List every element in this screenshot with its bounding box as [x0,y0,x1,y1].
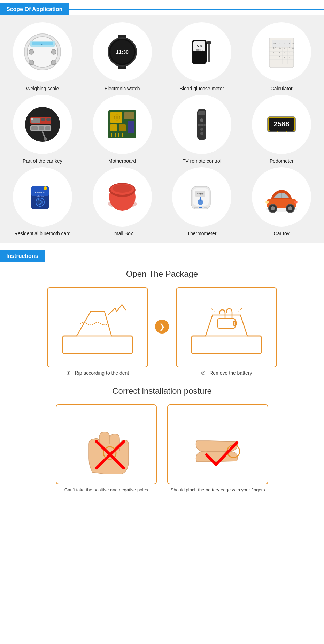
electronic-watch-label: Electronic watch [105,86,140,91]
thermometer-label: Thermometer [187,231,216,236]
svg-text:=: = [292,55,294,58]
svg-text:÷: ÷ [273,51,274,54]
step2-illustration [185,294,268,360]
svg-rect-110 [204,207,207,208]
scope-divider [69,9,324,10]
car-toy-image [252,167,311,227]
svg-point-78 [200,132,203,135]
svg-point-60 [44,137,47,141]
pedometer-image: 2588 [252,95,311,154]
list-item: TV remote control [163,95,241,164]
weighing-scale-image: 80 [13,22,72,82]
scope-section: 80 Weighing scale 11:30 El [0,15,324,243]
svg-point-118 [265,201,269,204]
car-toy-label: Car toy [274,231,290,236]
thermometer-icon: TEMP [181,176,223,218]
svg-text:+: + [279,55,280,58]
bluetooth-card-image: Bluetooth Induction [13,167,72,227]
svg-text:2: 2 [289,51,290,54]
motherboard-icon [101,104,143,145]
svg-text:mmol/L: mmol/L [196,49,203,51]
step2-label: ② Remove the battery [176,370,277,376]
svg-line-128 [211,308,214,312]
svg-rect-108 [194,207,198,208]
tmall-box-image [93,167,152,227]
svg-point-5 [29,49,34,54]
svg-point-79 [198,124,200,126]
svg-point-58 [31,118,33,120]
svg-text:80: 80 [41,43,44,46]
step2-box [176,287,277,367]
correct-posture-label: Should pinch the battery edge with your … [167,487,268,492]
svg-text:7: 7 [284,42,285,45]
pedometer-icon: 2588 [261,104,302,145]
tv-remote-label: TV remote control [183,158,221,164]
svg-text:TEMP: TEMP [197,193,204,196]
svg-rect-123 [192,336,261,353]
list-item: M+GT789 AC%456 ÷×123 -+0.= Calculator [242,22,321,91]
car-toy-icon [261,176,302,218]
step2-text: Remove the battery [209,370,252,376]
scope-badge: Scope Of Application [0,3,69,15]
svg-point-72 [116,116,118,119]
wrong-posture-box [56,404,157,484]
wrong-posture-label: Can't take the positive and negative pol… [56,487,157,492]
svg-rect-65 [119,124,126,131]
correct-posture-wrap: Should pinch the battery edge with your … [167,404,268,492]
svg-point-115 [271,206,275,210]
svg-point-76 [200,124,203,127]
step1-text: Rip according to the dent [75,370,129,376]
weighing-scale-label: Weighing scale [26,86,59,91]
car-key-image [13,95,72,154]
svg-text:8: 8 [289,42,290,45]
svg-text:.: . [289,55,290,58]
svg-rect-19 [207,41,211,44]
tv-remote-image [172,95,231,154]
svg-rect-52 [41,118,45,121]
open-package-title: Open The Package [3,269,321,279]
svg-point-101 [113,184,132,193]
pedometer-label: Pedometer [270,158,293,164]
tv-remote-icon [181,104,223,145]
tmall-box-icon [101,176,143,218]
step-arrow: ❯ [155,320,169,334]
list-item: 2588 Pedometer [242,95,321,164]
motherboard-image [93,95,152,154]
svg-rect-126 [218,319,235,328]
svg-rect-109 [199,207,202,208]
weighing-scale-icon: 80 [22,31,63,73]
instructions-divider [45,256,324,256]
calculator-icon: M+GT789 AC%456 ÷×123 -+0.= [261,31,302,73]
step2-num: ② [201,370,206,376]
posture-images: Can't take the positive and negative pol… [3,404,321,492]
correct-posture-illustration [176,409,260,479]
correct-posture-box [167,404,268,484]
list-item: Car toy [242,167,321,236]
svg-rect-57 [45,127,50,130]
svg-point-80 [203,124,206,126]
electronic-watch-image: 11:30 [93,22,152,82]
svg-text:1: 1 [284,51,285,54]
car-key-icon [22,104,63,145]
svg-text:Induction: Induction [36,195,44,197]
list-item: Tmall Box [83,167,161,236]
motherboard-label: Motherboard [108,158,136,164]
svg-text:0: 0 [284,55,285,58]
svg-point-77 [200,128,203,131]
instructions-section: Open The Package ① [0,269,324,503]
list-item: TEMP Thermometer [163,167,241,236]
svg-text:×: × [279,51,280,54]
instructions-badge: Instructions [0,250,45,262]
svg-line-129 [239,308,242,312]
list-item: 11:30 Electronic watch [83,22,161,91]
svg-point-6 [51,49,56,54]
step1-illustration [56,294,139,360]
wrong-posture-illustration [64,409,148,479]
svg-rect-84 [269,131,277,132]
blood-glucose-image: 5.8 mmol/L [172,22,231,82]
calculator-image: M+GT789 AC%456 ÷×123 -+0.= [252,22,311,82]
blood-glucose-icon: 5.8 mmol/L [181,31,223,73]
bluetooth-card-icon: Bluetooth Induction [22,176,63,218]
svg-rect-18 [208,43,210,62]
svg-rect-74 [198,111,205,115]
